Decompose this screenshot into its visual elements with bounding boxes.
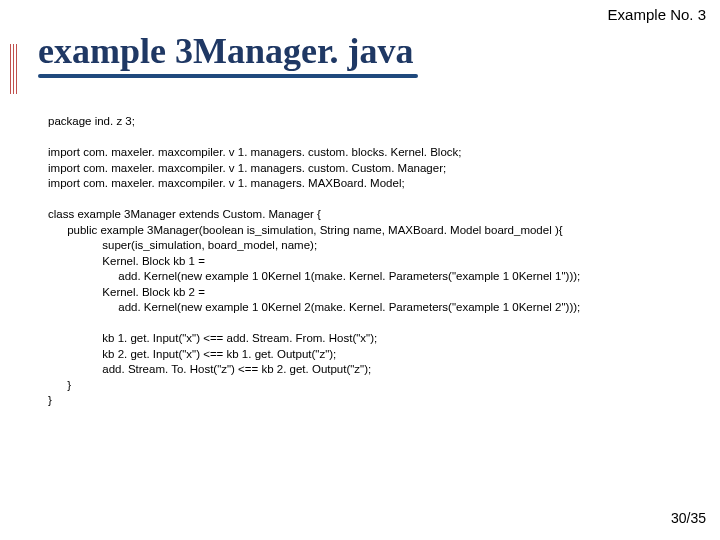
code-line: class example 3Manager extends Custom. M… bbox=[48, 208, 321, 220]
page-number: 30/35 bbox=[671, 510, 706, 526]
title-underline bbox=[38, 74, 418, 78]
code-line: import com. maxeler. maxcompiler. v 1. m… bbox=[48, 177, 405, 189]
code-line: add. Kernel(new example 1 0Kernel 1(make… bbox=[48, 270, 580, 282]
code-line: Kernel. Block kb 2 = bbox=[48, 286, 205, 298]
code-line: Kernel. Block kb 1 = bbox=[48, 255, 205, 267]
code-line: package ind. z 3; bbox=[48, 115, 135, 127]
code-line: } bbox=[48, 379, 71, 391]
code-line: } bbox=[48, 394, 52, 406]
code-line: kb 1. get. Input("x") <== add. Stream. F… bbox=[48, 332, 377, 344]
code-line: super(is_simulation, board_model, name); bbox=[48, 239, 317, 251]
code-line: import com. maxeler. maxcompiler. v 1. m… bbox=[48, 146, 462, 158]
code-line: import com. maxeler. maxcompiler. v 1. m… bbox=[48, 162, 446, 174]
code-line: add. Kernel(new example 1 0Kernel 2(make… bbox=[48, 301, 580, 313]
side-decoration bbox=[10, 44, 20, 94]
example-label: Example No. 3 bbox=[608, 6, 706, 23]
code-line: add. Stream. To. Host("z") <== kb 2. get… bbox=[48, 363, 371, 375]
page-title: example 3Manager. java bbox=[38, 30, 418, 72]
code-line: public example 3Manager(boolean is_simul… bbox=[48, 224, 563, 236]
code-line: kb 2. get. Input("x") <== kb 1. get. Out… bbox=[48, 348, 336, 360]
title-block: example 3Manager. java bbox=[38, 30, 418, 78]
code-listing: package ind. z 3; import com. maxeler. m… bbox=[48, 114, 706, 409]
